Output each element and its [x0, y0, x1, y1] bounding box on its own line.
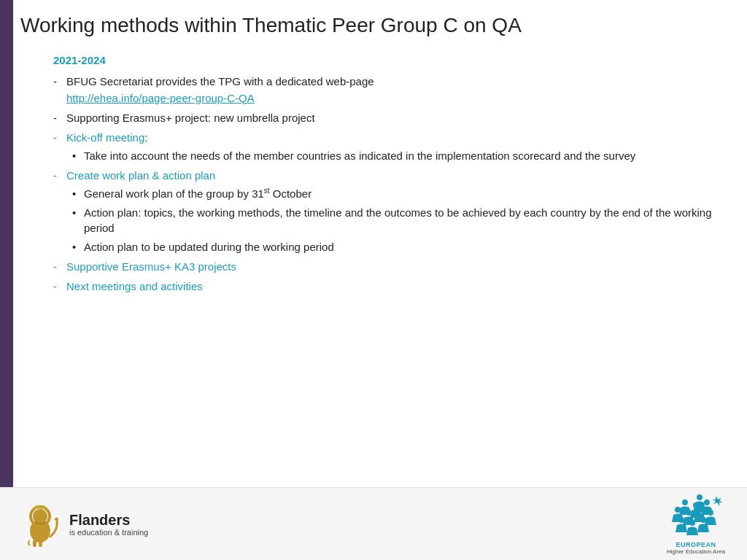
sub-list-item: Action plan: topics, the working methods… — [72, 205, 732, 236]
svg-rect-3 — [33, 540, 36, 547]
sub-list-item: General work plan of the group by 31st O… — [72, 186, 732, 201]
svg-point-10 — [686, 510, 692, 516]
list-item-workplan: Create work plan & action plan General w… — [53, 168, 732, 254]
bullet-text-blue: Next meetings and activities — [66, 280, 203, 292]
main-content: Working methods within Thematic Peer Gro… — [20, 13, 732, 487]
bullet-list: BFUG Secretariat provides the TPG with a… — [53, 74, 732, 294]
svg-point-14 — [689, 520, 695, 526]
bullet-text-blue: Supportive Erasmus+ KA3 projects — [66, 260, 236, 273]
list-item-kickoff: Kick-off meeting: Take into account the … — [53, 130, 732, 163]
svg-point-13 — [678, 517, 684, 523]
ehea-sub: Higher Education Area — [667, 548, 725, 555]
svg-point-12 — [708, 510, 713, 516]
flanders-name: Flanders — [69, 512, 148, 528]
flanders-subtitle: is education & training — [69, 528, 148, 537]
sub-list: General work plan of the group by 31st O… — [72, 186, 732, 254]
svg-rect-4 — [39, 540, 42, 547]
footer-right: EUROPEAN Higher Education Area — [659, 494, 732, 555]
flanders-text: Flanders is education & training — [69, 512, 148, 537]
year-label: 2021-2024 — [53, 54, 732, 66]
flanders-logo-icon — [20, 500, 61, 548]
svg-point-11 — [697, 507, 703, 513]
list-item-erasmus: Supportive Erasmus+ KA3 projects — [53, 259, 732, 274]
bullet-text: Supporting Erasmus+ project: new umbrell… — [66, 112, 315, 124]
slide-title: Working methods within Thematic Peer Gro… — [20, 13, 732, 38]
svg-point-8 — [704, 499, 710, 505]
svg-point-9 — [675, 507, 681, 513]
footer-left: Flanders is education & training — [20, 500, 148, 548]
sub-list-item: Take into account the needs of the membe… — [72, 148, 732, 163]
svg-point-1 — [33, 509, 47, 524]
sub-list: Take into account the needs of the membe… — [72, 148, 732, 163]
list-item: Supporting Erasmus+ project: new umbrell… — [53, 110, 732, 125]
ehea-logo-icon — [659, 494, 732, 541]
bullet-text-blue: Create work plan & action plan — [66, 169, 215, 182]
list-item-meetings: Next meetings and activities — [53, 279, 732, 294]
svg-point-5 — [697, 494, 703, 500]
ehea-label: EUROPEAN — [676, 541, 716, 548]
svg-point-6 — [682, 499, 688, 505]
ehea-link[interactable]: http://ehea.info/page-peer-group-C-QA — [66, 90, 732, 106]
bullet-text: BFUG Secretariat provides the TPG with a… — [66, 75, 374, 88]
list-item: BFUG Secretariat provides the TPG with a… — [53, 74, 732, 106]
sub-list-item: Action plan to be updated during the wor… — [72, 239, 732, 254]
bullet-text-blue: Kick-off meeting: — [66, 131, 147, 144]
footer: Flanders is education & training — [0, 487, 747, 560]
sidebar-accent — [0, 0, 13, 560]
svg-point-15 — [700, 517, 706, 523]
